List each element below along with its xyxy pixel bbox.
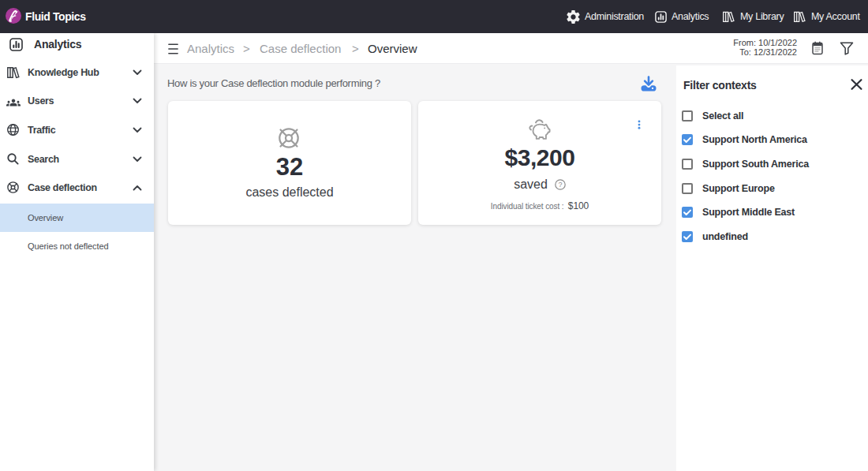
svg-text:?: ? bbox=[558, 181, 562, 189]
